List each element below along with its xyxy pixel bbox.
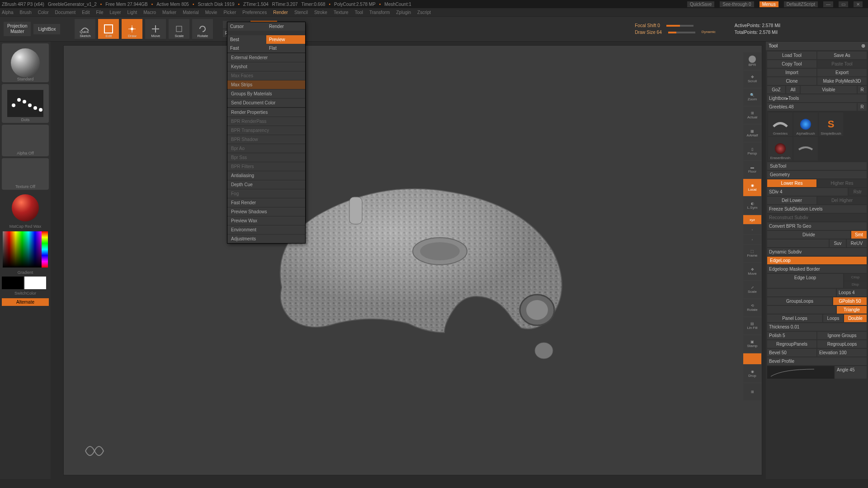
tool-thumb-alpha[interactable]: AlphaBrush (793, 113, 818, 136)
xyz-button[interactable]: xyz (743, 215, 761, 224)
focal-shift-slider[interactable]: Focal Shift 0 (635, 23, 660, 28)
menu-preferences[interactable]: Preferences (242, 10, 267, 15)
color-picker[interactable] (3, 231, 48, 267)
environment-item[interactable]: Environment (227, 225, 305, 234)
elevation-slider[interactable]: Elevation 100 (817, 349, 867, 357)
angle-slider[interactable]: Angle 45 (835, 366, 867, 379)
polymesh-button[interactable]: Make PolyMesh3D (817, 77, 867, 85)
del-lower-button[interactable]: Del Lower (767, 197, 816, 204)
tool-thumb-extra[interactable] (793, 137, 818, 160)
reuv-button[interactable]: ReUV (847, 239, 867, 247)
tool-close[interactable]: ⊗ (861, 43, 865, 49)
menu-tool[interactable]: Tool (355, 10, 363, 15)
bpr-ao-item[interactable]: Bpr Ao (227, 144, 305, 153)
move-view-button[interactable]: ✥Move (743, 263, 761, 280)
frame-button[interactable]: ⬚Frame (743, 245, 761, 262)
loops-slider[interactable]: Loops 4 (837, 289, 867, 296)
preview-button[interactable]: Preview (266, 35, 305, 44)
max-strips-item[interactable]: Max Strips (227, 80, 305, 89)
send-document-color-item[interactable]: Send Document Color (227, 98, 305, 107)
max-faces-item[interactable]: Max Faces (227, 71, 305, 80)
bpr-button[interactable]: BPR (743, 52, 761, 70)
stamp-button[interactable]: ▣Stamp (743, 335, 761, 352)
menus-button[interactable]: Menus (760, 1, 778, 7)
aahalf-button[interactable]: ▦AAHalf (743, 125, 761, 142)
menu-layer[interactable]: Layer (110, 10, 121, 15)
copy-tool-button[interactable]: Copy Tool (767, 60, 816, 68)
tool-thumb-simple[interactable]: SSimpleBrush (819, 113, 843, 136)
texture-thumb[interactable]: Texture Off (2, 158, 49, 190)
menu-zscript[interactable]: Zscript (417, 10, 431, 15)
bevel-profile-button[interactable]: Bevel Profile (767, 357, 867, 365)
bevel-slider[interactable]: Bevel 50 (767, 349, 816, 357)
menu-edit[interactable]: Edit (82, 10, 90, 15)
disp-button[interactable]: Disp (844, 281, 867, 288)
triangle-button[interactable]: Triangle (837, 306, 867, 314)
loops-label[interactable]: Loops (823, 314, 843, 322)
lsym-button[interactable]: ◐L.Sym (743, 197, 761, 214)
projection-master-button[interactable]: Projection Master (4, 22, 31, 36)
antialiasing-item[interactable]: Antialiasing (227, 171, 305, 180)
scale-button[interactable]: Scale (169, 19, 189, 39)
menu-document[interactable]: Document (55, 10, 76, 15)
edgeloop-masked-button[interactable]: Edgeloop Masked Border (767, 265, 867, 273)
dynamic-subdiv-button[interactable]: Dynamic Subdiv (767, 248, 867, 256)
grid-button[interactable]: ⊞ (743, 383, 761, 400)
best-button[interactable]: Best (227, 35, 266, 44)
suv-button[interactable]: Suv (830, 239, 846, 247)
cursor-mode[interactable]: Cursor (227, 22, 266, 31)
quicksketch-button[interactable]: Quick Sketch (75, 19, 95, 39)
menu-stencil[interactable]: Stencil (294, 10, 308, 15)
bpr-shadow-item[interactable]: BPR Shadow (227, 135, 305, 144)
persp-button[interactable]: ▯Persp (743, 143, 761, 160)
menu-texture[interactable]: Texture (334, 10, 349, 15)
freeze-subdiv-button[interactable]: Freeze SubDivision Levels (767, 205, 867, 213)
tool-header[interactable]: Tool (769, 43, 778, 49)
rotate-button[interactable]: Rotate (192, 19, 213, 39)
higher-res-button[interactable]: Higher Res (817, 179, 867, 187)
sdiv-slider[interactable]: SDiv 4 (767, 188, 848, 196)
fog-item[interactable]: Fog (227, 189, 305, 198)
crisp-button[interactable]: Crisp (844, 274, 867, 281)
edit-button[interactable]: Edit (98, 19, 119, 39)
swatch-black[interactable] (2, 277, 24, 289)
alpha-thumb[interactable]: Alpha Off (2, 125, 49, 156)
bpr-filters-item[interactable]: BPR Filters (227, 162, 305, 171)
bpr-sss-item[interactable]: Bpr Sss (227, 153, 305, 162)
bpr-transparency-item[interactable]: BPR Transparency (227, 126, 305, 135)
scroll-button[interactable]: ✥Scroll (743, 70, 761, 88)
edgeloop-section[interactable]: EdgeLoop (767, 257, 867, 264)
del-higher-button[interactable]: Del Higher (817, 197, 867, 204)
render-button[interactable]: Render (266, 22, 305, 31)
switch-color[interactable]: SwitchColor (2, 291, 49, 296)
clone-button[interactable]: Clone (767, 77, 816, 85)
ignore-groups-button[interactable]: Ignore Groups (817, 332, 867, 339)
regroup-loops-button[interactable]: RegroupLoops (817, 340, 867, 348)
move-button[interactable]: Move (145, 19, 166, 39)
fast-button[interactable]: Fast (227, 44, 266, 52)
subtool-section[interactable]: SubTool (767, 162, 867, 170)
groups-materials-item[interactable]: Groups By Materials (227, 89, 305, 98)
swatch-white[interactable] (24, 277, 46, 289)
menu-brush[interactable]: Brush (20, 10, 32, 15)
preview-shadows-item[interactable]: Preview Shadows (227, 207, 305, 216)
draw-size-track[interactable] (668, 32, 695, 33)
greebles-label[interactable]: Greebles.48 (767, 103, 857, 111)
render-properties-item[interactable]: Render Properties (227, 108, 305, 117)
menu-material[interactable]: Material (183, 10, 199, 15)
bpr-renderpass-item[interactable]: BPR RenderPass (227, 117, 305, 126)
geometry-section[interactable]: Geometry (767, 171, 867, 178)
seethrough[interactable]: See-through 0 (720, 1, 754, 7)
default-script[interactable]: DefaultZScript (784, 1, 818, 7)
viewport[interactable] (63, 45, 762, 475)
flat-button[interactable]: Flat (266, 44, 305, 52)
rotate-view-button[interactable]: ⟲Rotate (743, 299, 761, 316)
window-min[interactable]: — (823, 1, 833, 7)
preview-wax-item[interactable]: Preview Wax (227, 216, 305, 225)
keyshot-item[interactable]: Keyshot (227, 62, 305, 71)
lightbox-tools[interactable]: Lightbox▸Tools (767, 94, 867, 102)
window-close[interactable]: ✕ (854, 1, 863, 7)
menu-light[interactable]: Light (127, 10, 137, 15)
goz-all[interactable]: All (786, 86, 800, 94)
menu-color[interactable]: Color (38, 10, 49, 15)
